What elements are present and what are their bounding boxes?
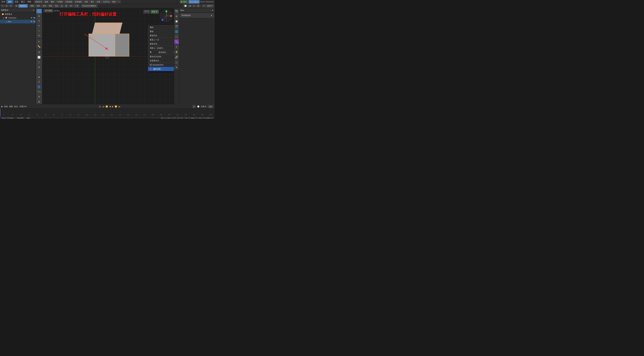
vertex-btn[interactable]: 顶点: [54, 4, 60, 8]
viewport-mode-btn[interactable]: 用户透视: [44, 9, 53, 12]
cursor-tool[interactable]: ⊕: [36, 14, 42, 18]
collection-render-icon[interactable]: 📷: [33, 17, 36, 19]
menu-search[interactable]: 🔍 菜单查找... Shift Ctrl Alt X: [148, 50, 174, 54]
edit-mode-btn[interactable]: 编辑模式: [18, 4, 28, 8]
loop-cut-tool[interactable]: ⊟: [36, 65, 42, 69]
add-btn[interactable]: 添加: [42, 4, 47, 8]
smooth-tool[interactable]: 🌀: [36, 84, 42, 89]
edge-btn[interactable]: 边: [60, 4, 64, 8]
jump-end-btn[interactable]: ⏭: [118, 106, 120, 108]
current-frame-display[interactable]: 0: [192, 105, 196, 108]
prop-modifiers-icon[interactable]: 🔧: [174, 39, 179, 44]
knife-tool[interactable]: ⟋: [36, 70, 42, 74]
tool-btn[interactable]: 工具: [74, 4, 80, 8]
menu-batch-rename[interactable]: 批量重命名... Ctrl F2: [148, 59, 174, 63]
workspace-animation[interactable]: 动画: [83, 0, 89, 3]
options-btn[interactable]: 选项 ▼: [206, 4, 214, 8]
outliner-item-box[interactable]: △ Box 👁 📷: [0, 20, 36, 23]
extrude-tool[interactable]: ⬆: [36, 50, 42, 54]
prop-constraints-icon[interactable]: 🔗: [174, 55, 179, 59]
workspace-add[interactable]: +: [117, 0, 121, 3]
box-visible-icon[interactable]: 👁: [30, 20, 32, 23]
outliner-filter-icon[interactable]: ▼: [33, 9, 34, 11]
jump-start-btn[interactable]: ⏮: [102, 106, 104, 108]
prop-particles-icon[interactable]: ✦: [174, 44, 179, 49]
workspace-material[interactable]: 材质编辑: [74, 0, 83, 3]
outliner-item-collection[interactable]: ▸ 📦 Collection 👁 📷: [0, 16, 36, 20]
inset-tool[interactable]: ⬜: [36, 55, 42, 59]
timeline-ruler[interactable]: 0 10 20 30 40 50 60 70 80 90 100 110 120…: [0, 109, 215, 116]
viewport-shading-material[interactable]: ●: [192, 4, 196, 7]
spin-tool[interactable]: ↺: [36, 79, 42, 84]
viewport-shading-wire[interactable]: ⬜: [183, 4, 188, 7]
end-frame-input[interactable]: 250: [208, 105, 213, 108]
workspace-scripting[interactable]: 脚本: [111, 0, 117, 3]
workspace-uv[interactable]: UV编辑: [56, 0, 64, 3]
select-btn[interactable]: 选择: [35, 4, 41, 8]
play-btn[interactable]: ▶: [112, 105, 113, 108]
view-btn[interactable]: 视图: [29, 4, 35, 8]
playback-label[interactable]: 回放: [4, 105, 8, 108]
face-btn[interactable]: 面: [64, 4, 68, 8]
annotate-tool[interactable]: ✏: [36, 39, 42, 44]
select-tool-btn[interactable]: ↖: [1, 4, 4, 7]
menu-redo-history[interactable]: 重做历史 ▶: [148, 33, 174, 37]
filter-btn[interactable]: ▼: [9, 4, 13, 7]
measure-tool[interactable]: 📏: [36, 44, 42, 49]
shear-tool[interactable]: ◈: [36, 99, 42, 104]
mesh-btn[interactable]: 网格: [48, 4, 53, 8]
workspace-sculpt[interactable]: 雕刻: [50, 0, 56, 3]
menu-rename-active[interactable]: 重命名活动项... F2: [148, 54, 174, 59]
menu-repeat-last[interactable]: 重复上一步 :: [148, 38, 174, 42]
menu-window[interactable]: 窗口: [20, 0, 26, 3]
reverse-btn[interactable]: ◀: [109, 105, 111, 108]
viewport[interactable]: 用户透视 (0) Box X Y: [42, 8, 174, 104]
prop-material-icon[interactable]: ●: [174, 65, 179, 70]
prop-world-icon[interactable]: 🌐: [174, 29, 179, 34]
menu-render[interactable]: 渲染: [13, 0, 20, 3]
playback-speed-btn[interactable]: 贝塞尔▼: [20, 105, 27, 108]
scale-tool[interactable]: ⤡: [36, 28, 42, 33]
timeline-view-btn[interactable]: 视图: [9, 105, 13, 108]
play-icon[interactable]: ▶: [1, 105, 3, 108]
bevel-tool[interactable]: ◻: [36, 60, 42, 64]
viewport-shading-solid[interactable]: ◑: [188, 4, 192, 7]
menu-redo[interactable]: 重做 Ctrl Y: [148, 29, 174, 33]
menu-edit[interactable]: 编辑: [6, 0, 13, 3]
box-render-icon[interactable]: 📷: [33, 20, 36, 23]
collection-visible-icon[interactable]: 👁: [30, 17, 32, 19]
properties-close-icon[interactable]: ✕: [212, 9, 213, 11]
workspace-render[interactable]: 展示: [90, 0, 95, 3]
menu-preferences[interactable]: ⚙ 偏好设置...: [148, 67, 174, 71]
overlay-options-btn[interactable]: 选项 ▼: [150, 10, 158, 13]
prop-output-icon[interactable]: 🖥: [174, 14, 179, 19]
prop-scene-icon[interactable]: 🎬: [174, 24, 179, 29]
timeline-marker-btn[interactable]: 标记: [14, 105, 18, 108]
overlay-btn[interactable]: ⊙: [202, 4, 206, 7]
uv-btn[interactable]: UV: [69, 4, 74, 7]
poly-build-tool[interactable]: ◈: [36, 75, 42, 79]
retopo-btn[interactable]: RetopoFlow重拓扑: [81, 4, 98, 8]
step-back-btn[interactable]: ⏪: [106, 105, 108, 108]
menu-repeat-history[interactable]: 重复历史...: [148, 42, 174, 46]
menu-undo[interactable]: 撤销 Ctrl Z: [148, 25, 174, 29]
transform-tool[interactable]: ⟲: [36, 33, 42, 38]
viewport-shading-render[interactable]: 🔆: [196, 4, 200, 7]
export-btn[interactable]: ▶ 导出: [180, 0, 188, 3]
edge-slide-tool[interactable]: ⟺: [36, 89, 42, 94]
import-btn[interactable]: 导入 Import: [188, 0, 200, 3]
step-forward-btn[interactable]: ⏩: [115, 105, 117, 108]
menu-lock-object-mode[interactable]: 锁定物体模式: [148, 63, 174, 67]
transform-orientation-btn[interactable]: ⊞: [14, 4, 18, 7]
workspace-compositing[interactable]: 后期: [96, 0, 101, 3]
prop-object-icon[interactable]: ▢: [174, 34, 179, 39]
transform-btn[interactable]: ⊕: [5, 4, 8, 7]
prop-data-icon[interactable]: △: [174, 60, 179, 64]
prop-render-icon[interactable]: 📷: [174, 9, 179, 13]
move-tool[interactable]: ✛: [36, 19, 42, 23]
outliner-item-scene[interactable]: 📁 场景集合: [0, 12, 36, 16]
workspace-modeling[interactable]: 建模: [44, 0, 49, 3]
xyz-display[interactable]: X Y Z: [144, 10, 150, 13]
workspace-geometry[interactable]: 几何节点: [102, 0, 111, 3]
shrink-tool[interactable]: ⊛: [36, 94, 42, 99]
